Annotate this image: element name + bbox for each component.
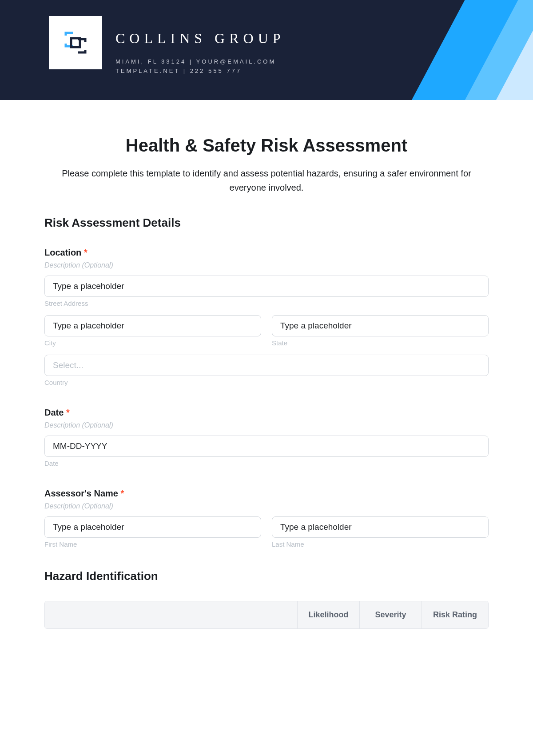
- assessor-field-group: Assessor's Name * Description (Optional)…: [44, 488, 489, 548]
- assessor-description: Description (Optional): [44, 502, 489, 510]
- location-field-group: Location * Description (Optional) Type a…: [44, 248, 489, 386]
- contact-line-2: TEMPLATE.NET | 222 555 777: [115, 67, 285, 76]
- first-name-placeholder-text: Type a placeholder: [53, 522, 124, 532]
- assessor-label-text: Assessor's Name: [44, 488, 118, 498]
- date-field-group: Date * Description (Optional) MM-DD-YYYY…: [44, 408, 489, 467]
- logo-icon: [62, 29, 89, 56]
- city-sublabel: City: [44, 339, 261, 347]
- page-title: Health & Safety Risk Assessment: [44, 136, 489, 156]
- page-intro: Please complete this template to identif…: [44, 166, 489, 195]
- required-marker: *: [84, 248, 88, 257]
- assessor-label: Assessor's Name *: [44, 488, 489, 499]
- hazard-table-header: Likelihood Severity Risk Rating: [45, 601, 488, 628]
- section-title-details: Risk Assessment Details: [44, 216, 489, 230]
- state-input[interactable]: Type a placeholder: [272, 315, 489, 336]
- date-input[interactable]: MM-DD-YYYY: [44, 436, 489, 457]
- required-marker: *: [121, 488, 124, 498]
- decorative-stripes: [311, 0, 533, 100]
- state-sublabel: State: [272, 339, 489, 347]
- city-input[interactable]: Type a placeholder: [44, 315, 261, 336]
- date-label: Date *: [44, 408, 489, 418]
- hazard-col-risk-rating: Risk Rating: [422, 601, 488, 628]
- company-logo: [49, 16, 102, 69]
- header-banner: COLLINS GROUP MIAMI, FL 33124 | YOUR@EMA…: [0, 0, 533, 100]
- last-name-input[interactable]: Type a placeholder: [272, 516, 489, 538]
- first-name-input[interactable]: Type a placeholder: [44, 516, 261, 538]
- street-address-sublabel: Street Address: [44, 300, 489, 307]
- last-name-sublabel: Last Name: [272, 540, 489, 548]
- section-title-hazard: Hazard Identification: [44, 569, 489, 583]
- hazard-col-severity: Severity: [359, 601, 422, 628]
- state-placeholder-text: Type a placeholder: [280, 321, 352, 331]
- hazard-col-likelihood: Likelihood: [297, 601, 359, 628]
- hazard-table: Likelihood Severity Risk Rating: [44, 601, 489, 629]
- company-name: COLLINS GROUP: [115, 30, 285, 47]
- location-label-text: Location: [44, 248, 81, 257]
- street-address-input[interactable]: Type a placeholder: [44, 276, 489, 297]
- last-name-placeholder-text: Type a placeholder: [280, 522, 352, 532]
- country-placeholder-text: Select...: [53, 360, 84, 370]
- contact-line-1: MIAMI, FL 33124 | YOUR@EMAIL.COM: [115, 57, 285, 67]
- date-placeholder-text: MM-DD-YYYY: [53, 441, 107, 451]
- street-placeholder-text: Type a placeholder: [53, 281, 124, 291]
- location-description: Description (Optional): [44, 261, 489, 269]
- country-sublabel: Country: [44, 379, 489, 386]
- country-select[interactable]: Select...: [44, 355, 489, 376]
- city-placeholder-text: Type a placeholder: [53, 321, 124, 331]
- hazard-header-empty: [45, 601, 297, 628]
- date-label-text: Date: [44, 408, 64, 417]
- first-name-sublabel: First Name: [44, 540, 261, 548]
- date-description: Description (Optional): [44, 421, 489, 429]
- location-label: Location *: [44, 248, 489, 258]
- required-marker: *: [66, 408, 70, 417]
- date-sublabel: Date: [44, 460, 489, 467]
